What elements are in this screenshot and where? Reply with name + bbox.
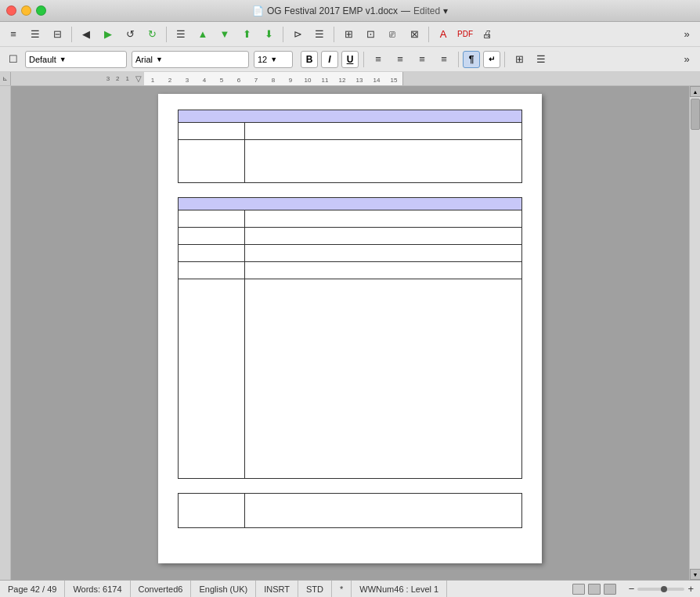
table-2-r4-c1[interactable] [179,262,245,279]
forward-icon[interactable]: ▶ [98,25,118,44]
zoom-in-btn[interactable]: + [687,583,694,595]
doc-icon: 📄 [252,5,264,16]
document-page[interactable] [158,94,542,563]
main-area: ▲ ▼ [0,86,700,580]
columns-icon[interactable]: ⎚ [382,25,402,44]
expand2-icon[interactable]: » [677,50,697,69]
frame-icon[interactable]: ⊡ [360,25,381,44]
table-2-r5-c1[interactable] [179,279,245,479]
list-icon[interactable]: ☰ [25,25,45,44]
table-2-r3-c1[interactable] [179,245,245,262]
bullet-list-icon[interactable]: ☰ [171,25,191,44]
ruler-13: 13 [351,77,368,84]
ruler-5: 5 [213,77,230,84]
view-icon-3[interactable] [604,584,616,595]
view-icon-1[interactable] [572,584,585,595]
scrollbar-track[interactable] [690,97,700,569]
zoom-thumb[interactable] [661,586,667,592]
table-2-r1-c2[interactable] [245,210,522,228]
numbered-list-icon[interactable]: ☰ [309,25,330,44]
bold-button[interactable]: B [301,51,318,68]
print-icon[interactable]: 🖨 [477,25,497,44]
pdf-icon[interactable]: PDF [455,25,475,44]
scrollbar-thumb[interactable] [691,99,700,130]
zoom-out-btn[interactable]: − [629,583,635,595]
table-2-header-cell[interactable] [179,198,522,210]
table-3[interactable] [178,493,522,528]
bullets-icon[interactable]: ☰ [531,50,551,69]
size-value: 12 [258,55,267,64]
table-2-r4-c2[interactable] [245,262,522,279]
style-value: Default [29,55,56,64]
zoom-slider[interactable] [637,588,684,591]
table-1[interactable] [178,110,522,183]
style-icon[interactable]: ☐ [3,50,23,69]
move-down-icon[interactable]: ▼ [215,25,235,44]
ruler-12: 12 [334,77,351,84]
window-title: 📄 OG Festival 2017 EMP v1.docx — Edited … [252,5,448,16]
grid-icon[interactable]: ⊟ [47,25,67,44]
table-1-r1-c1[interactable] [179,123,245,140]
table-2-r2-c2[interactable] [245,228,522,245]
table-1-r2-c1[interactable] [179,140,245,183]
font-value: Arial [135,55,153,64]
new-doc-icon[interactable]: ≡ [3,25,23,44]
align-center-icon[interactable]: ≡ [390,50,410,69]
table-1-r2-c2[interactable] [245,140,522,183]
table-3-r1-c1[interactable] [179,494,245,528]
table-3-r1-c2[interactable] [245,494,522,528]
scroll-down-button[interactable]: ▼ [690,569,700,580]
right-scrollbar[interactable]: ▲ ▼ [689,86,700,580]
move-down2-icon[interactable]: ⬇ [258,25,279,44]
ruler-indent-icon[interactable]: ▽ [135,74,142,83]
special-chars-button[interactable]: ¶ [463,51,480,68]
language-status[interactable]: English (UK) [191,581,256,597]
align-right-icon[interactable]: ≡ [412,50,432,69]
close-button[interactable] [6,5,16,16]
insrt-status[interactable]: INSRT [256,581,298,597]
view-icon-2[interactable] [588,584,601,595]
fontcolor-icon[interactable]: A [433,25,453,44]
scroll-area[interactable] [11,86,689,580]
table-2[interactable] [178,197,522,479]
minimize-button[interactable] [21,5,31,16]
words-label: Words: 6174 [73,584,121,594]
move-up2-icon[interactable]: ⬆ [236,25,257,44]
std-status[interactable]: STD [298,581,332,597]
std-label: STD [306,584,323,594]
font-dropdown[interactable]: Arial ▼ [132,51,249,68]
table-2-r5-c2[interactable] [245,279,522,479]
ruler-num-1: 1 [126,75,129,82]
table-icon[interactable]: ⊞ [338,25,359,44]
maximize-button[interactable] [36,5,46,16]
window-controls[interactable] [6,5,46,16]
back-icon[interactable]: ◀ [76,25,96,44]
underline-button[interactable]: U [341,51,359,68]
ruler-7: 7 [247,77,265,84]
style-dropdown[interactable]: Default ▼ [25,51,127,68]
table-1-header-cell[interactable] [179,110,522,123]
list-style-icon[interactable]: ⊳ [287,25,308,44]
text-box-icon[interactable]: ⊠ [404,25,424,44]
scroll-up-button[interactable]: ▲ [690,86,700,97]
table-2-r3-c2[interactable] [245,245,522,262]
table-1-r1-c2[interactable] [245,123,522,140]
size-dropdown[interactable]: 12 ▼ [254,51,293,68]
table-2-r1-c1[interactable] [179,210,245,228]
page-label: Page 42 / 49 [8,584,56,594]
table-2-r2-c1[interactable] [179,228,245,245]
sep-fmt2 [363,52,364,67]
undo-icon[interactable]: ↺ [120,25,140,44]
expand-icon[interactable]: » [677,25,697,44]
redo-icon[interactable]: ↻ [142,25,162,44]
move-up-icon[interactable]: ▲ [193,25,213,44]
style-chevron: ▼ [60,56,67,63]
title-chevron[interactable]: ▾ [443,5,448,16]
italic-button[interactable]: I [321,51,338,68]
sep1 [71,27,72,42]
rtl-button[interactable]: ↵ [483,51,500,68]
numbering-icon[interactable]: ⊞ [509,50,529,69]
align-left-icon[interactable]: ≡ [368,50,388,69]
ruler-left-btn[interactable]: ⊾ [0,72,11,85]
align-justify-icon[interactable]: ≡ [434,50,454,69]
